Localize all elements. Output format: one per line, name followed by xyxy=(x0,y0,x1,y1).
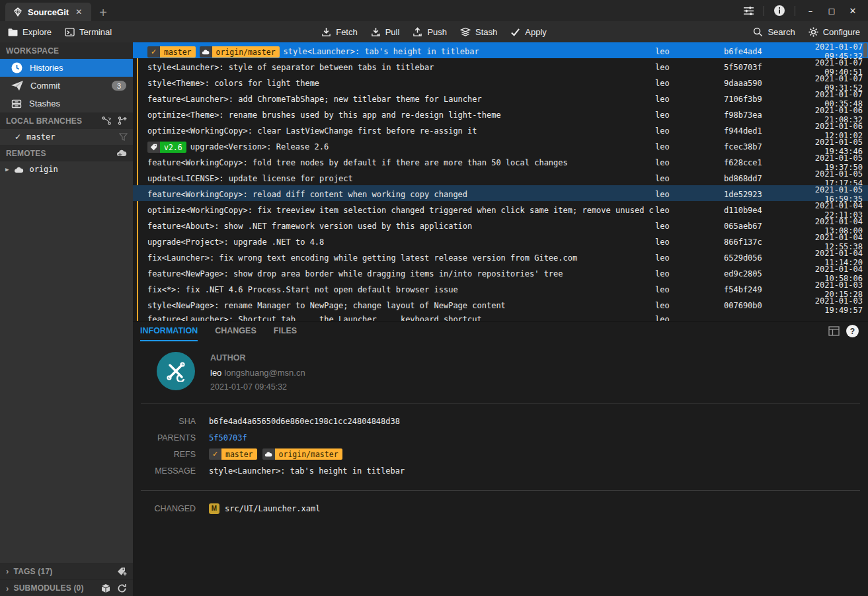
author-time: 2021-01-07 09:45:32 xyxy=(210,382,305,392)
commit-message: optimize<WorkingCopy>: fix treeview item… xyxy=(146,206,654,215)
maximize-button[interactable]: ◻ xyxy=(826,5,838,17)
ref-badge[interactable]: origin/master xyxy=(200,46,280,58)
sidebar-item-stashes[interactable]: Stashes xyxy=(0,95,133,112)
layout-toggle-icon[interactable] xyxy=(828,326,840,336)
tab-changes[interactable]: CHANGES xyxy=(215,326,256,341)
commit-row[interactable]: style<Theme>: colors for light themeleo9… xyxy=(133,74,868,90)
commit-detail-panel: INFORMATION CHANGES FILES ? xyxy=(133,321,868,596)
commit-row[interactable]: upgrade<Project>: upgrade .NET to 4.8leo… xyxy=(133,233,868,249)
preferences-icon[interactable] xyxy=(742,5,754,17)
commit-message: fix<Launcher>: fix wrong text encoding w… xyxy=(146,253,654,263)
add-remote-cloud-icon[interactable] xyxy=(116,149,127,157)
commit-sha: 7106f3b9 xyxy=(724,95,775,104)
new-tab-button[interactable]: + xyxy=(99,7,107,19)
parents-row: PARENTS 5f50703f xyxy=(133,429,868,446)
sidebar-item-histories[interactable]: Histories xyxy=(0,59,133,77)
commit-message: update<LICENSE>: update license for proj… xyxy=(146,174,654,183)
commit-author: leo xyxy=(654,110,724,120)
submodules-header[interactable]: › SUBMODULES (0) xyxy=(0,579,133,596)
explore-button[interactable]: Explore xyxy=(8,27,52,37)
commit-row[interactable]: update<LICENSE>: update license for proj… xyxy=(133,169,868,185)
ref-badge[interactable]: ✓master xyxy=(147,46,196,58)
apply-button[interactable]: Apply xyxy=(510,27,547,37)
tags-header[interactable]: › TAGS (17) xyxy=(0,563,133,579)
submodule-cube-icon[interactable] xyxy=(101,583,110,593)
filter-funnel-icon[interactable] xyxy=(119,133,128,141)
fetch-button[interactable]: Fetch xyxy=(321,27,358,37)
commit-row[interactable]: feature<WorkingCopy>: fold tree nodes by… xyxy=(133,153,868,169)
commit-row[interactable]: v2.6upgrade<Version>: Release 2.6leofcec… xyxy=(133,138,868,153)
remotes-header: REMOTES xyxy=(0,145,133,161)
stash-box-icon xyxy=(11,99,22,108)
commit-author: leo xyxy=(654,269,724,278)
commit-row[interactable]: feature<Launcher>: add ChromeTabShape; n… xyxy=(133,90,868,106)
about-info-icon[interactable] xyxy=(773,5,785,17)
commit-row[interactable]: fix<Launcher>: fix wrong text encoding w… xyxy=(133,249,868,265)
compare-branches-icon[interactable] xyxy=(102,116,111,125)
search-button[interactable]: Search xyxy=(753,27,795,37)
help-button[interactable]: ? xyxy=(846,325,859,337)
commit-row[interactable]: feature<WorkingCopy>: reload diff conten… xyxy=(133,185,868,201)
tag-badge[interactable]: v2.6 xyxy=(147,142,186,153)
commit-sha: 007690b0 xyxy=(724,301,775,310)
close-button[interactable]: ✕ xyxy=(847,5,859,17)
commit-row[interactable]: fix<*>: fix .NET 4.6 Process.Start not o… xyxy=(133,280,868,296)
message-row: MESSAGE style<Launcher>: tab's height in… xyxy=(133,462,868,479)
tab-files[interactable]: FILES xyxy=(274,326,297,341)
check-icon: ✓ xyxy=(209,448,221,460)
titlebar-separator xyxy=(764,6,764,16)
pull-button[interactable]: Pull xyxy=(371,27,400,37)
stash-button[interactable]: Stash xyxy=(460,27,497,37)
refresh-icon[interactable] xyxy=(117,583,127,593)
expander-chevron-icon[interactable]: ▶ xyxy=(5,166,9,173)
minimize-button[interactable]: – xyxy=(805,5,816,17)
pull-download-icon xyxy=(371,27,381,36)
commit-message: optimize<WorkingCopy>: clear LastViewCha… xyxy=(146,126,654,136)
apply-check-icon xyxy=(510,28,520,36)
commit-message: optimize<Theme>: rename brushes used by … xyxy=(146,110,654,120)
terminal-button[interactable]: Terminal xyxy=(65,27,112,37)
terminal-icon xyxy=(65,28,75,36)
app-tab[interactable]: SourceGit ✕ xyxy=(5,3,91,21)
commit-sha: f54bf249 xyxy=(724,285,775,294)
commit-sha: 6529d056 xyxy=(724,253,775,263)
scrollbar-thumb[interactable] xyxy=(863,43,867,58)
commit-row[interactable]: ✓masterorigin/masterstyle<Launcher>: tab… xyxy=(133,42,868,58)
fetch-download-icon xyxy=(321,27,331,36)
commit-row[interactable]: optimize<Theme>: rename brushes used by … xyxy=(133,106,868,122)
tab-close-icon[interactable]: ✕ xyxy=(74,7,83,17)
branch-row-master[interactable]: ✓ master xyxy=(0,129,133,145)
commit-author: leo xyxy=(654,47,724,56)
detail-refs-badges: ✓masterorigin/master xyxy=(209,448,342,460)
current-branch-check-icon: ✓ xyxy=(15,132,21,142)
commit-row[interactable]: feature<About>: show .NET framework vers… xyxy=(133,217,868,233)
commit-row[interactable]: optimize<WorkingCopy>: clear LastViewCha… xyxy=(133,122,868,138)
new-tag-icon[interactable] xyxy=(117,567,127,576)
commit-author: leo xyxy=(654,206,724,215)
changed-row: CHANGED Msrc/UI/Launcher.xaml xyxy=(133,500,868,517)
new-branch-icon[interactable] xyxy=(118,116,127,125)
ref-badge[interactable]: origin/master xyxy=(262,448,342,460)
sidebar-item-commit[interactable]: Commit 3 xyxy=(0,77,133,95)
check-icon: ✓ xyxy=(147,46,160,58)
changed-file-item[interactable]: Msrc/UI/Launcher.xaml xyxy=(209,503,321,514)
remote-row-origin[interactable]: ▶ origin xyxy=(0,161,133,177)
tab-title: SourceGit xyxy=(28,7,69,17)
commit-sha: 5f50703f xyxy=(724,63,775,72)
titlebar-separator xyxy=(795,6,795,16)
commit-row[interactable]: style<Launcher>: style of separator betw… xyxy=(133,58,868,74)
commit-count-badge: 3 xyxy=(112,81,126,91)
ref-badge[interactable]: ✓master xyxy=(209,448,257,460)
configure-button[interactable]: Configure xyxy=(809,27,860,37)
commit-sha: d110b9e4 xyxy=(724,206,775,215)
commit-row[interactable]: optimize<WorkingCopy>: fix treeview item… xyxy=(133,201,868,217)
tag-icon xyxy=(147,142,160,153)
tab-information[interactable]: INFORMATION xyxy=(140,326,198,341)
commit-row[interactable]: feature<NewPage>: show drop area border … xyxy=(133,265,868,280)
parent-sha-link[interactable]: 5f50703f xyxy=(209,433,247,443)
commit-row[interactable]: feature<Launcher>: Shortcut tab ... the … xyxy=(133,312,868,321)
push-button[interactable]: Push xyxy=(413,27,447,37)
commit-author: leo xyxy=(654,174,724,183)
commit-author: leo xyxy=(654,95,724,104)
commit-row[interactable]: style<NewPage>: rename Manager to NewPag… xyxy=(133,296,868,312)
